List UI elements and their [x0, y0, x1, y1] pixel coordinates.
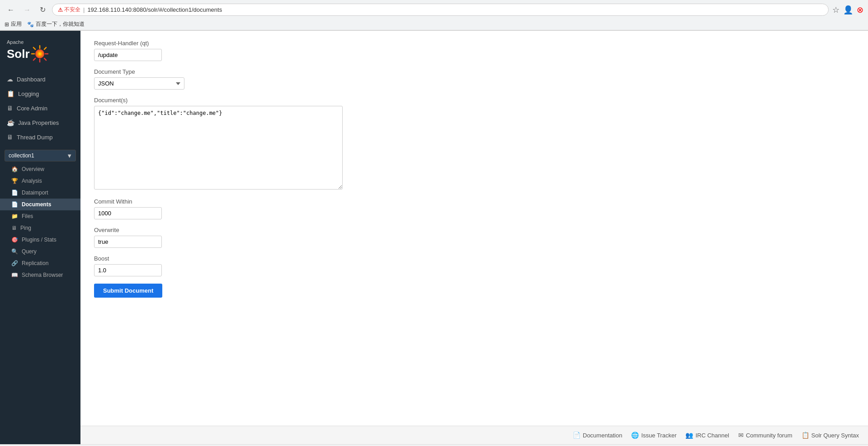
footer-documentation-label: Documentation — [583, 432, 622, 439]
toolbar-icons: ☆ 👤 ⊗ — [832, 5, 863, 15]
footer-irc-channel-link[interactable]: 👥 IRC Channel — [685, 432, 729, 439]
reload-button[interactable]: ↻ — [37, 5, 48, 15]
sidebar-sub-item-query[interactable]: 🔍 Query — [0, 246, 80, 257]
address-bar[interactable]: ⚠ 不安全 | 192.168.110.140:8080/solr/#/coll… — [52, 4, 829, 16]
user-button[interactable]: 👤 — [843, 5, 853, 15]
logo-area: Apache Solr — [0, 35, 80, 72]
sidebar-sub-item-overview[interactable]: 🏠 Overview — [0, 163, 80, 175]
sidebar-item-dashboard[interactable]: ☁ Dashboard — [0, 72, 80, 86]
schema-browser-icon: 📖 — [11, 272, 18, 278]
sidebar-item-core-admin-label: Core Admin — [17, 105, 47, 112]
browser-toolbar: ← → ↻ ⚠ 不安全 | 192.168.110.140:8080/solr/… — [0, 0, 868, 19]
right-panel: Request-Handler (qt) Document Type JSON … — [80, 31, 868, 444]
overview-icon: 🏠 — [11, 166, 18, 172]
sidebar-sub-item-plugins-stats-label: Plugins / Stats — [22, 237, 57, 243]
request-handler-input[interactable] — [94, 49, 162, 61]
documents-textarea[interactable]: {"id":"change.me","title":"change.me"} — [94, 106, 343, 190]
sidebar-nav: ☁ Dashboard 📋 Logging 🖥 Core Admin ☕ Jav… — [0, 72, 80, 144]
replication-icon: 🔗 — [11, 260, 18, 266]
bookmark-apps[interactable]: ⊞ 应用 — [5, 20, 22, 28]
sidebar-item-logging[interactable]: 📋 Logging — [0, 86, 80, 101]
core-admin-icon: 🖥 — [7, 104, 13, 112]
sidebar-item-java-properties[interactable]: ☕ Java Properties — [0, 115, 80, 130]
svg-line-5 — [33, 47, 35, 49]
footer-irc-channel-label: IRC Channel — [695, 432, 729, 439]
footer-community-forum-label: Community forum — [746, 432, 793, 439]
security-warning-text: 不安全 — [64, 6, 80, 14]
sidebar-sub-item-dataimport[interactable]: 📄 Dataimport — [0, 187, 80, 199]
sidebar-item-thread-dump-label: Thread Dump — [17, 134, 52, 141]
solr-text: Solr — [7, 48, 30, 60]
sidebar-sub-item-ping[interactable]: 🖥 Ping — [0, 222, 80, 234]
warning-icon: ⚠ — [58, 7, 63, 13]
documents-group: Document(s) {"id":"change.me","title":"c… — [94, 97, 356, 191]
sidebar-item-logging-label: Logging — [18, 90, 39, 97]
overwrite-group: Overwrite — [94, 227, 356, 248]
solr-query-syntax-icon: 📋 — [802, 432, 809, 439]
sidebar-sub-item-files[interactable]: 📁 Files — [0, 210, 80, 222]
documents-label: Document(s) — [94, 97, 356, 104]
logging-icon: 📋 — [7, 90, 14, 97]
footer-issue-tracker-label: Issue Tracker — [641, 432, 676, 439]
footer-issue-tracker-link[interactable]: 🌐 Issue Tracker — [631, 432, 676, 439]
document-type-label: Document Type — [94, 68, 356, 75]
collection-selector[interactable]: collection1 ▼ — [5, 150, 76, 161]
documentation-icon: 📄 — [573, 432, 580, 439]
boost-input[interactable] — [94, 264, 162, 276]
dashboard-icon: ☁ — [7, 76, 13, 83]
sidebar-sub-item-analysis-label: Analysis — [22, 178, 42, 184]
ping-icon: 🖥 — [11, 225, 17, 231]
apps-icon: ⊞ — [5, 21, 9, 28]
request-handler-label: Request-Handler (qt) — [94, 40, 356, 47]
footer-documentation-link[interactable]: 📄 Documentation — [573, 432, 622, 439]
sidebar: Apache Solr — [0, 31, 80, 444]
sidebar-sub-item-query-label: Query — [22, 248, 37, 255]
sidebar-sub-item-analysis[interactable]: 🏆 Analysis — [0, 175, 80, 187]
baidu-label: 百度一下，你就知道 — [36, 20, 85, 28]
thread-dump-icon: 🖥 — [7, 133, 13, 141]
analysis-icon: 🏆 — [11, 178, 18, 184]
footer: 📄 Documentation 🌐 Issue Tracker 👥 IRC Ch… — [80, 426, 868, 444]
commit-within-label: Commit Within — [94, 198, 356, 205]
sidebar-item-dashboard-label: Dashboard — [17, 76, 46, 83]
sidebar-sub-item-plugins-stats[interactable]: 🎯 Plugins / Stats — [0, 234, 80, 246]
footer-solr-query-syntax-link[interactable]: 📋 Solr Query Syntax — [802, 432, 859, 439]
address-separator-1: | — [83, 6, 85, 13]
sidebar-sub-item-documents-label: Documents — [22, 201, 51, 208]
forward-button[interactable]: → — [21, 5, 33, 15]
sidebar-sub-item-replication-label: Replication — [22, 260, 48, 266]
bookmark-baidu[interactable]: 🐾 百度一下，你就知道 — [27, 20, 85, 28]
document-type-select[interactable]: JSON XML CSV PDF DOC XSLT — [94, 77, 184, 90]
overwrite-input[interactable] — [94, 236, 162, 248]
sidebar-sub-item-replication[interactable]: 🔗 Replication — [0, 257, 80, 269]
svg-line-7 — [44, 47, 46, 49]
commit-within-input[interactable] — [94, 207, 162, 219]
submit-document-button[interactable]: Submit Document — [94, 284, 162, 298]
bookmarks-bar: ⊞ 应用 🐾 百度一下，你就知道 — [0, 19, 868, 30]
dataimport-icon: 📄 — [11, 190, 18, 196]
browser-chrome: ← → ↻ ⚠ 不安全 | 192.168.110.140:8080/solr/… — [0, 0, 868, 31]
baidu-icon: 🐾 — [27, 21, 34, 28]
sidebar-sub-items: 🏠 Overview 🏆 Analysis 📄 Dataimport 📄 Doc… — [0, 163, 80, 281]
request-handler-group: Request-Handler (qt) — [94, 40, 356, 61]
footer-community-forum-link[interactable]: ✉ Community forum — [738, 432, 793, 439]
close-button[interactable]: ⊗ — [857, 5, 863, 15]
overwrite-label: Overwrite — [94, 227, 356, 233]
collection-select[interactable]: collection1 — [5, 150, 76, 161]
community-forum-icon: ✉ — [738, 432, 744, 439]
sidebar-sub-item-overview-label: Overview — [22, 166, 44, 172]
content-area: Request-Handler (qt) Document Type JSON … — [80, 31, 868, 426]
app-container: Apache Solr — [0, 31, 868, 444]
back-button[interactable]: ← — [5, 5, 17, 15]
sidebar-item-core-admin[interactable]: 🖥 Core Admin — [0, 101, 80, 115]
plugins-stats-icon: 🎯 — [11, 237, 18, 243]
sidebar-sub-item-schema-browser[interactable]: 📖 Schema Browser — [0, 269, 80, 281]
solr-logo: Apache Solr — [7, 40, 49, 63]
star-button[interactable]: ☆ — [832, 5, 840, 15]
sidebar-sub-item-documents[interactable]: 📄 Documents — [0, 199, 80, 210]
sidebar-item-thread-dump[interactable]: 🖥 Thread Dump — [0, 130, 80, 144]
documents-form: Request-Handler (qt) Document Type JSON … — [94, 40, 356, 298]
documents-icon: 📄 — [11, 201, 18, 208]
svg-line-6 — [44, 58, 46, 60]
apache-text: Apache — [7, 40, 24, 45]
